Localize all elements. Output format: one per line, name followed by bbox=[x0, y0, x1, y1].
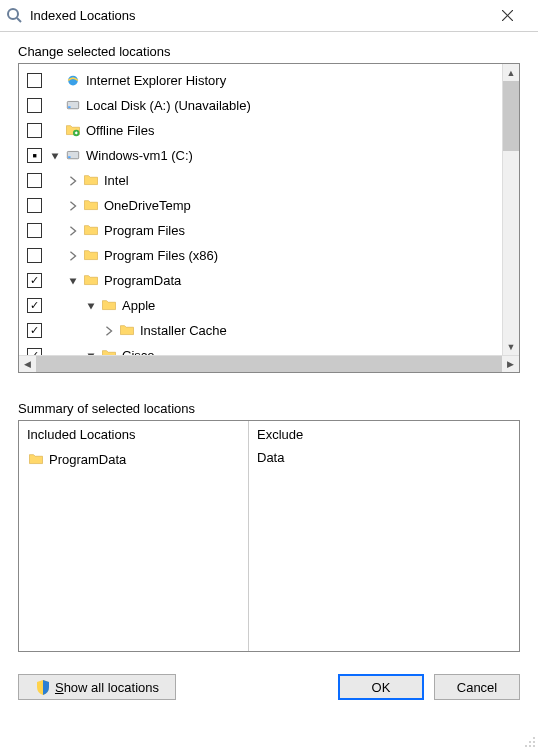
tree-item-label: Intel bbox=[104, 173, 129, 188]
tree-item-label: Windows-vm1 (C:) bbox=[86, 148, 193, 163]
svg-point-12 bbox=[529, 745, 531, 747]
change-locations-label: Change selected locations bbox=[18, 44, 520, 59]
shield-icon bbox=[35, 679, 51, 695]
resize-grip-icon[interactable] bbox=[522, 734, 536, 748]
svg-point-13 bbox=[533, 745, 535, 747]
tree-item-label: Program Files bbox=[104, 223, 185, 238]
app-icon bbox=[6, 7, 24, 25]
close-button[interactable] bbox=[484, 1, 530, 31]
tree-checkbox[interactable] bbox=[27, 348, 42, 355]
tree-item[interactable]: Offline Files bbox=[19, 118, 502, 143]
vertical-scrollbar[interactable]: ▲ ▼ bbox=[502, 64, 519, 355]
expand-open-icon[interactable] bbox=[66, 274, 80, 288]
svg-point-10 bbox=[533, 741, 535, 743]
cancel-button[interactable]: Cancel bbox=[434, 674, 520, 700]
included-item[interactable]: ProgramData bbox=[19, 448, 248, 470]
svg-point-11 bbox=[525, 745, 527, 747]
tree-checkbox[interactable] bbox=[27, 123, 42, 138]
tree-item-label: Program Files (x86) bbox=[104, 248, 218, 263]
tree-item-label: Internet Explorer History bbox=[86, 73, 226, 88]
exclude-item-label: Data bbox=[257, 450, 284, 465]
show-all-mnemonic: S bbox=[55, 680, 64, 695]
expand-closed-icon[interactable] bbox=[66, 174, 80, 188]
scroll-right-button[interactable]: ▶ bbox=[502, 356, 519, 372]
expand-none bbox=[48, 74, 62, 88]
tree-item-label: ProgramData bbox=[104, 273, 181, 288]
tree-checkbox[interactable] bbox=[27, 248, 42, 263]
folder-icon bbox=[82, 247, 100, 265]
disk-icon bbox=[64, 97, 82, 115]
folder-icon bbox=[100, 297, 118, 315]
hscroll-track[interactable] bbox=[36, 356, 502, 372]
window-title: Indexed Locations bbox=[30, 8, 484, 23]
ie-icon bbox=[64, 72, 82, 90]
folder-icon bbox=[100, 347, 118, 356]
tree-item[interactable]: Local Disk (A:) (Unavailable) bbox=[19, 93, 502, 118]
tree-checkbox[interactable] bbox=[27, 198, 42, 213]
expand-open-icon[interactable] bbox=[84, 349, 98, 356]
summary-box: Included Locations ProgramData Exclude D… bbox=[18, 420, 520, 652]
tree-checkbox[interactable] bbox=[27, 223, 42, 238]
horizontal-scrollbar[interactable]: ◀ ▶ bbox=[19, 355, 519, 372]
tree-checkbox[interactable] bbox=[27, 98, 42, 113]
folder-icon bbox=[118, 322, 136, 340]
ok-button[interactable]: OK bbox=[338, 674, 424, 700]
folder-icon bbox=[27, 450, 45, 468]
locations-tree: Internet Explorer HistoryLocal Disk (A:)… bbox=[18, 63, 520, 373]
tree-item-label: Apple bbox=[122, 298, 155, 313]
folder-icon bbox=[82, 272, 100, 290]
tree-item[interactable]: Program Files (x86) bbox=[19, 243, 502, 268]
included-header: Included Locations bbox=[19, 421, 248, 448]
tree-item[interactable]: Internet Explorer History bbox=[19, 68, 502, 93]
tree-item[interactable]: ProgramData bbox=[19, 268, 502, 293]
tree-item[interactable]: Installer Cache bbox=[19, 318, 502, 343]
expand-open-icon[interactable] bbox=[48, 149, 62, 163]
tree-checkbox[interactable] bbox=[27, 323, 42, 338]
tree-item-label: OneDriveTemp bbox=[104, 198, 191, 213]
scroll-left-button[interactable]: ◀ bbox=[19, 356, 36, 372]
exclude-header: Exclude bbox=[249, 421, 519, 448]
folder-icon bbox=[82, 197, 100, 215]
folder-icon bbox=[82, 222, 100, 240]
scrollbar-thumb[interactable] bbox=[503, 81, 519, 151]
tree-item[interactable]: Program Files bbox=[19, 218, 502, 243]
svg-point-9 bbox=[529, 741, 531, 743]
tree-checkbox[interactable] bbox=[27, 273, 42, 288]
button-bar: Show all locations OK Cancel bbox=[0, 662, 538, 700]
scroll-down-button[interactable]: ▼ bbox=[503, 338, 519, 355]
close-icon bbox=[502, 10, 513, 21]
tree-item[interactable]: Windows-vm1 (C:) bbox=[19, 143, 502, 168]
tree-item[interactable]: OneDriveTemp bbox=[19, 193, 502, 218]
summary-label: Summary of selected locations bbox=[18, 401, 520, 416]
show-all-locations-button[interactable]: Show all locations bbox=[18, 674, 176, 700]
tree-checkbox[interactable] bbox=[27, 73, 42, 88]
disk-icon bbox=[64, 147, 82, 165]
show-all-label: how all locations bbox=[64, 680, 159, 695]
tree-checkbox[interactable] bbox=[27, 298, 42, 313]
included-item-label: ProgramData bbox=[49, 452, 126, 467]
folder-icon bbox=[82, 172, 100, 190]
tree-item[interactable]: Cisco bbox=[19, 343, 502, 355]
svg-point-8 bbox=[533, 737, 535, 739]
expand-closed-icon[interactable] bbox=[66, 249, 80, 263]
expand-closed-icon[interactable] bbox=[66, 224, 80, 238]
tree-item-label: Installer Cache bbox=[140, 323, 227, 338]
tree-checkbox[interactable] bbox=[27, 173, 42, 188]
scroll-up-button[interactable]: ▲ bbox=[503, 64, 519, 81]
expand-closed-icon[interactable] bbox=[102, 324, 116, 338]
tree-item-label: Offline Files bbox=[86, 123, 154, 138]
expand-none bbox=[48, 124, 62, 138]
tree-item[interactable]: Apple bbox=[19, 293, 502, 318]
tree-item[interactable]: Intel bbox=[19, 168, 502, 193]
exclude-item[interactable]: Data bbox=[249, 448, 519, 467]
expand-closed-icon[interactable] bbox=[66, 199, 80, 213]
tree-item-label: Local Disk (A:) (Unavailable) bbox=[86, 98, 251, 113]
offline-icon bbox=[64, 122, 82, 140]
expand-none bbox=[48, 99, 62, 113]
tree-item-label: Cisco bbox=[122, 348, 155, 355]
titlebar: Indexed Locations bbox=[0, 0, 538, 32]
tree-checkbox[interactable] bbox=[27, 148, 42, 163]
expand-open-icon[interactable] bbox=[84, 299, 98, 313]
